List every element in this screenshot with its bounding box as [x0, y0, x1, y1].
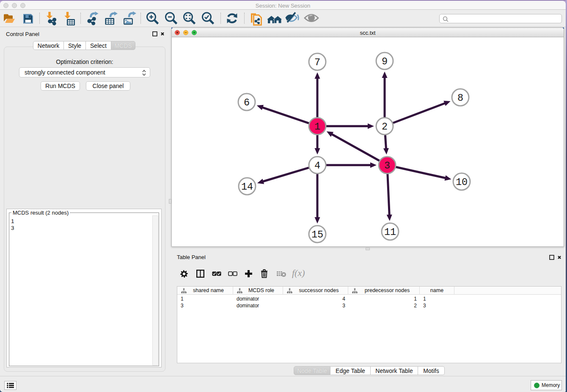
svg-text:4: 4 — [314, 160, 320, 171]
svg-text:11: 11 — [384, 226, 396, 238]
svg-text:3: 3 — [384, 160, 390, 171]
svg-text:7: 7 — [314, 57, 320, 68]
svg-text:1: 1 — [314, 121, 320, 133]
svg-text:9: 9 — [382, 56, 388, 67]
svg-text:15: 15 — [311, 229, 323, 240]
svg-text:14: 14 — [241, 181, 253, 193]
svg-text:8: 8 — [457, 92, 463, 104]
svg-text:6: 6 — [244, 97, 250, 108]
svg-text:10: 10 — [456, 177, 468, 188]
svg-text:2: 2 — [382, 121, 388, 133]
